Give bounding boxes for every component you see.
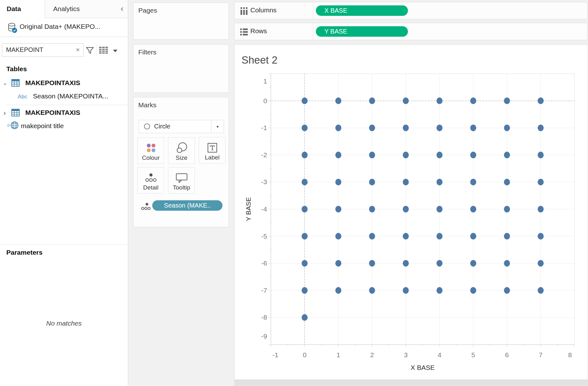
circle-mark[interactable] bbox=[403, 260, 409, 267]
circle-mark[interactable] bbox=[436, 206, 442, 213]
circle-mark[interactable] bbox=[302, 260, 308, 267]
circle-mark[interactable] bbox=[504, 287, 510, 294]
circle-mark[interactable] bbox=[335, 97, 341, 104]
table1-name[interactable]: MAKEPOINTAXIS bbox=[25, 79, 80, 87]
circle-mark[interactable] bbox=[538, 179, 544, 185]
circle-mark[interactable] bbox=[335, 152, 341, 158]
circle-mark[interactable] bbox=[302, 233, 308, 240]
circle-mark[interactable] bbox=[302, 152, 308, 158]
circle-mark[interactable] bbox=[302, 314, 308, 321]
circle-mark[interactable] bbox=[403, 97, 409, 104]
circle-mark[interactable] bbox=[470, 287, 476, 294]
circle-mark[interactable] bbox=[504, 97, 510, 104]
circle-mark[interactable] bbox=[470, 260, 476, 267]
dropdown-caret-icon[interactable]: ▾ bbox=[211, 120, 224, 133]
circle-mark[interactable] bbox=[470, 233, 476, 240]
circle-mark[interactable] bbox=[403, 125, 409, 131]
circle-mark[interactable] bbox=[470, 206, 476, 213]
circle-mark[interactable] bbox=[504, 206, 510, 213]
circle-mark[interactable] bbox=[335, 179, 341, 185]
circle-mark[interactable] bbox=[403, 206, 409, 213]
expand-table-chevron-icon[interactable]: › bbox=[3, 109, 6, 117]
detail-button[interactable]: Detail bbox=[137, 167, 164, 194]
string-type-icon: Abc bbox=[18, 94, 28, 100]
view-options-icon[interactable] bbox=[99, 47, 109, 54]
circle-mark[interactable] bbox=[302, 97, 308, 104]
datasource-row[interactable]: Original Data+ (MAKEPO... bbox=[0, 18, 128, 37]
circle-mark[interactable] bbox=[436, 179, 442, 185]
circle-mark[interactable] bbox=[335, 260, 341, 267]
label-icon bbox=[207, 142, 218, 153]
size-button[interactable]: Size bbox=[168, 137, 195, 164]
tooltip-button[interactable]: Tooltip bbox=[168, 167, 195, 194]
columns-icon bbox=[240, 7, 248, 15]
circle-mark[interactable] bbox=[335, 287, 341, 294]
columns-shelf[interactable]: Columns X BASE bbox=[234, 2, 588, 19]
circle-mark[interactable] bbox=[403, 152, 409, 158]
circle-mark[interactable] bbox=[369, 233, 375, 240]
circle-mark[interactable] bbox=[436, 233, 442, 240]
circle-mark[interactable] bbox=[538, 287, 544, 294]
detail-icon bbox=[145, 172, 157, 184]
tab-analytics[interactable]: Analytics bbox=[45, 0, 128, 18]
field-makepoint-title[interactable]: makepoint title bbox=[21, 122, 64, 130]
circle-mark[interactable] bbox=[369, 287, 375, 294]
circle-mark[interactable] bbox=[470, 152, 476, 158]
table2-name[interactable]: MAKEPOINTAXIS bbox=[25, 109, 80, 116]
field-season[interactable]: Season (MAKEPOINTA... bbox=[33, 92, 108, 100]
circle-mark[interactable] bbox=[470, 125, 476, 131]
season-pill[interactable]: Season (MAKE.. bbox=[152, 200, 222, 211]
circle-mark[interactable] bbox=[335, 233, 341, 240]
colour-button[interactable]: Colour bbox=[137, 137, 164, 164]
pill-detail-icon bbox=[141, 202, 151, 211]
circle-mark[interactable] bbox=[369, 97, 375, 104]
circle-mark[interactable] bbox=[436, 97, 442, 104]
circle-mark[interactable] bbox=[403, 287, 409, 294]
circle-mark[interactable] bbox=[504, 179, 510, 185]
circle-mark[interactable] bbox=[302, 125, 308, 131]
circle-mark[interactable] bbox=[504, 233, 510, 240]
circle-mark[interactable] bbox=[436, 287, 442, 294]
x-tick-label: 0 bbox=[303, 351, 307, 358]
circle-mark[interactable] bbox=[470, 97, 476, 104]
circle-mark[interactable] bbox=[369, 206, 375, 213]
circle-mark[interactable] bbox=[302, 179, 308, 185]
x-base-pill[interactable]: X BASE bbox=[316, 5, 408, 16]
circle-mark[interactable] bbox=[436, 260, 442, 267]
circle-mark[interactable] bbox=[335, 206, 341, 213]
circle-mark[interactable] bbox=[369, 152, 375, 158]
circle-mark[interactable] bbox=[335, 125, 341, 131]
collapse-pane-icon[interactable]: ‹ bbox=[121, 0, 123, 18]
mark-type-dropdown[interactable]: Circle ▾ bbox=[139, 120, 224, 133]
circle-mark[interactable] bbox=[470, 179, 476, 185]
circle-mark[interactable] bbox=[538, 152, 544, 158]
search-input[interactable]: MAKEPOINT × bbox=[2, 43, 84, 57]
circle-mark[interactable] bbox=[302, 206, 308, 213]
circle-mark[interactable] bbox=[403, 179, 409, 185]
view-options-caret-icon[interactable] bbox=[112, 49, 118, 53]
circle-mark[interactable] bbox=[403, 233, 409, 240]
y-tick-label: -8 bbox=[261, 314, 267, 321]
circle-mark[interactable] bbox=[369, 179, 375, 185]
label-button[interactable]: Label bbox=[199, 137, 226, 164]
scatter-plot[interactable]: -101234567810-1-2-3-4-5-6-7-8-9X BASEY B… bbox=[235, 45, 588, 379]
circle-mark[interactable] bbox=[504, 260, 510, 267]
circle-mark[interactable] bbox=[369, 260, 375, 267]
rows-shelf[interactable]: Rows Y BASE bbox=[234, 23, 588, 40]
circle-mark[interactable] bbox=[504, 152, 510, 158]
filter-funnel-icon[interactable] bbox=[85, 46, 94, 55]
circle-mark[interactable] bbox=[538, 260, 544, 267]
y-base-pill[interactable]: Y BASE bbox=[316, 26, 408, 37]
circle-mark[interactable] bbox=[302, 287, 308, 294]
circle-mark[interactable] bbox=[538, 206, 544, 213]
circle-mark[interactable] bbox=[538, 125, 544, 131]
circle-mark[interactable] bbox=[369, 125, 375, 131]
circle-mark[interactable] bbox=[504, 125, 510, 131]
circle-mark[interactable] bbox=[436, 125, 442, 131]
circle-mark[interactable] bbox=[436, 152, 442, 158]
collapse-table-chevron-icon[interactable]: ⌄ bbox=[3, 80, 7, 86]
clear-search-icon[interactable]: × bbox=[76, 46, 80, 53]
tab-data[interactable]: Data bbox=[0, 0, 45, 18]
circle-mark[interactable] bbox=[538, 233, 544, 240]
circle-mark[interactable] bbox=[538, 97, 544, 104]
